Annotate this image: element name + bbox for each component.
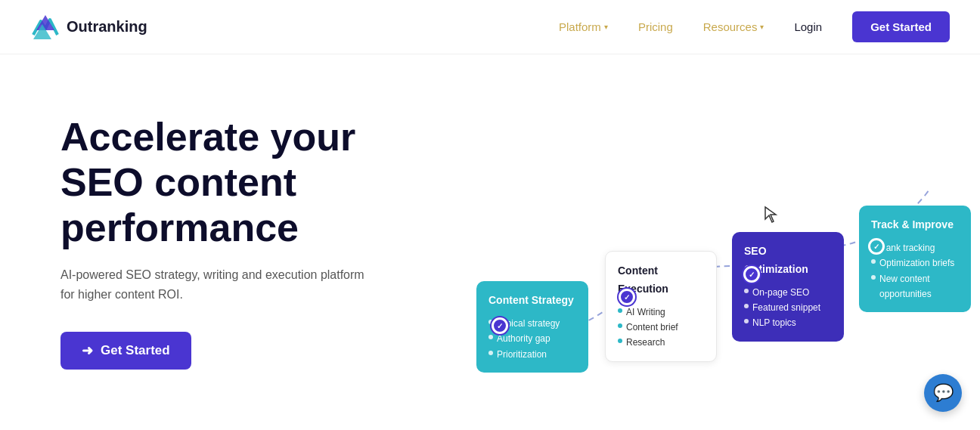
hero-diagram: ✓ ✓ ✓ ✓ Content Strategy Topical strateg… <box>439 115 950 430</box>
logo-icon <box>30 14 60 41</box>
card2-item-3: Research <box>618 335 704 350</box>
dot-icon <box>618 339 622 343</box>
hero-section: Accelerate your SEO content performance … <box>0 54 980 430</box>
milestone-3: ✓ <box>743 266 760 283</box>
hero-cta-button[interactable]: ➜ Get Started <box>60 332 191 370</box>
dot-icon <box>488 351 493 355</box>
card2-item-2: Content brief <box>618 320 704 335</box>
nav-cta-button[interactable]: Get Started <box>852 11 950 42</box>
nav-links: Platform ▾ Pricing Resources ▾ Login Get… <box>547 11 950 42</box>
chat-bubble-button[interactable]: 💬 <box>924 374 962 412</box>
arrow-right-icon: ➜ <box>82 342 93 359</box>
milestone-2: ✓ <box>619 289 635 305</box>
dot-icon <box>871 275 876 280</box>
hero-subtitle: AI-powered SEO strategy, writing and exe… <box>60 265 378 304</box>
cursor-indicator <box>764 206 779 227</box>
card3-item-2: Featured snippet <box>744 300 832 315</box>
nav-resources[interactable]: Resources ▾ <box>691 14 777 39</box>
hero-title: Accelerate your SEO content performance <box>60 115 439 250</box>
card4-title: Track & Improve <box>871 216 959 234</box>
navbar: Outranking Platform ▾ Pricing Resources … <box>0 0 980 54</box>
chat-icon: 💬 <box>933 383 954 403</box>
nav-login[interactable]: Login <box>782 14 834 39</box>
milestone-1: ✓ <box>492 317 508 334</box>
dot-icon <box>744 289 749 293</box>
dot-icon <box>618 308 622 313</box>
milestone-4: ✓ <box>868 238 885 255</box>
chevron-down-icon: ▾ <box>604 23 608 31</box>
logo[interactable]: Outranking <box>30 14 147 41</box>
card3-item-1: On-page SEO <box>744 285 832 300</box>
nav-platform[interactable]: Platform ▾ <box>547 14 620 39</box>
nav-pricing[interactable]: Pricing <box>626 14 685 39</box>
dot-icon <box>618 323 622 328</box>
card4-item-2: Optimization briefs <box>871 255 959 271</box>
card-track-improve: Track & Improve Rank tracking Optimizati… <box>859 206 971 312</box>
card1-title: Content Strategy <box>488 292 576 310</box>
logo-text: Outranking <box>67 18 147 36</box>
card3-item-3: NLP topics <box>744 315 832 330</box>
dot-icon <box>744 304 749 308</box>
hero-left: Accelerate your SEO content performance … <box>60 100 439 370</box>
card4-item-3: New content opportunities <box>871 271 959 302</box>
chevron-down-icon-2: ▾ <box>760 23 764 31</box>
card2-item-1: AI Writing <box>618 305 704 320</box>
dot-icon <box>871 259 876 264</box>
card-seo-optimization: SEO Optimization On-page SEO Featured sn… <box>732 232 844 342</box>
card-content-execution: Content Execution AI Writing Content bri… <box>605 251 717 362</box>
card1-item-3: Prioritization <box>488 347 576 362</box>
dot-icon <box>744 319 749 323</box>
dot-icon <box>488 335 493 339</box>
